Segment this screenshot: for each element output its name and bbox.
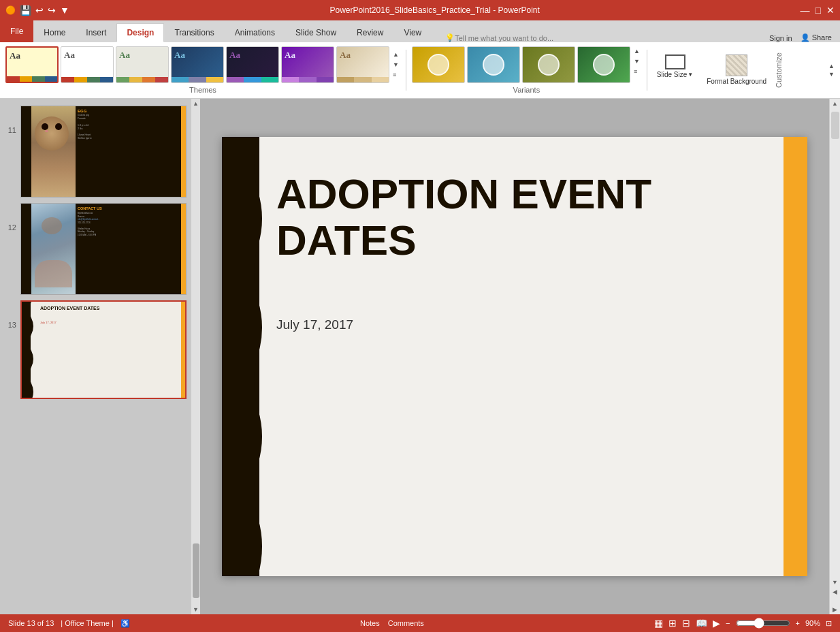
ribbon-divider-1: [406, 50, 406, 91]
theme-7[interactable]: Aa: [336, 46, 389, 83]
slide-thumb-12[interactable]: 12 CONTACT US: [3, 202, 188, 296]
search-input[interactable]: [455, 34, 591, 42]
zoom-out[interactable]: −: [726, 619, 730, 627]
quick-access-save[interactable]: 💾: [20, 5, 31, 16]
slide-size-label: Slide Size ▼: [657, 71, 693, 78]
theme-display: | Office Theme |: [61, 619, 113, 627]
slide-preview-11[interactable]: EGG Guinea pigFemale1.8 yrs old2 lbsLlam…: [20, 106, 187, 198]
tab-slideshow[interactable]: Slide Show: [285, 23, 346, 42]
variant-green[interactable]: [577, 46, 630, 83]
slide-title[interactable]: ADOPTION EVENT DATES: [276, 171, 773, 264]
fit-slide[interactable]: ⊡: [826, 619, 832, 628]
powerpoint-icon: 🟠: [5, 5, 16, 15]
title-bar-left: 🟠 💾 ↩ ↪ ▼: [5, 5, 69, 16]
tab-file[interactable]: File: [0, 20, 33, 42]
share-button[interactable]: 👤 Share: [801, 33, 832, 42]
ribbon-tabs: File Home Insert Design Transitions Anim…: [0, 20, 840, 42]
tab-design[interactable]: Design: [116, 23, 164, 42]
ribbon-scroll-down[interactable]: ▼: [828, 71, 835, 78]
slide-canvas[interactable]: ADOPTION EVENT DATES July 17, 2017: [222, 137, 807, 576]
ribbon-scroll-up[interactable]: ▲: [828, 63, 835, 69]
variant-blue[interactable]: [467, 46, 520, 83]
zoom-percent[interactable]: 90%: [805, 619, 820, 627]
tab-insert[interactable]: Insert: [76, 23, 116, 42]
app-title: PowerPoint2016_SlideBasics_Practice_Tria…: [69, 5, 801, 15]
slide-preview-13[interactable]: ADOPTION EVENT DATES July 17, 2017: [20, 300, 187, 399]
variant-olive[interactable]: [522, 46, 575, 83]
view-reading[interactable]: 📖: [696, 618, 707, 629]
scrollbar-thumb[interactable]: [193, 543, 199, 598]
theme-3[interactable]: Aa: [116, 46, 169, 83]
view-presenter[interactable]: ▶: [713, 618, 720, 629]
quick-access-more[interactable]: ▼: [60, 5, 69, 16]
canvas-scroll-left[interactable]: ◀: [831, 587, 839, 597]
theme-5[interactable]: Aa: [226, 46, 279, 83]
close-button[interactable]: ✕: [826, 5, 835, 16]
scrollbar-up-arrow[interactable]: ▲: [191, 99, 200, 108]
themes-more[interactable]: ≡: [391, 70, 400, 80]
slide-left-bar: [222, 137, 259, 576]
slide-canvas-wrap: ADOPTION EVENT DATES July 17, 2017: [200, 99, 829, 614]
canvas-scrollbar-thumb[interactable]: [831, 112, 839, 139]
comments-button[interactable]: Comments: [388, 619, 424, 627]
slide-panel: 11: [0, 99, 191, 614]
accessibility-icon[interactable]: ♿: [120, 619, 130, 628]
themes-scroll-down[interactable]: ▼: [391, 60, 400, 69]
tab-view[interactable]: View: [393, 23, 432, 42]
title-bar: 🟠 💾 ↩ ↪ ▼ PowerPoint2016_SlideBasics_Pra…: [0, 0, 840, 20]
zoom-slider[interactable]: [736, 618, 790, 629]
customize-section: Slide Size ▼ Format Background: [653, 52, 771, 89]
canvas-scroll-right[interactable]: ▶: [831, 605, 839, 614]
slide-date[interactable]: July 17, 2017: [276, 317, 353, 332]
scrollbar-down-arrow[interactable]: ▼: [191, 605, 200, 614]
themes-label: Themes: [5, 84, 400, 94]
slide-info: Slide 13 of 13: [8, 619, 54, 627]
thumb-12-title: CONTACT US: [78, 206, 179, 210]
slide-number-13: 13: [4, 300, 16, 329]
canvas-scrollbar[interactable]: ▲ ▼ ◀ ▶: [829, 99, 840, 614]
theme-office[interactable]: Aa: [5, 46, 59, 83]
slide-thumb-13[interactable]: 13 ADOPTION EVENT DATES July 17, 2017: [3, 299, 188, 400]
canvas-scroll-up[interactable]: ▲: [830, 99, 839, 108]
maximize-button[interactable]: □: [815, 5, 821, 16]
quick-access-redo[interactable]: ↪: [48, 5, 56, 16]
tab-home[interactable]: Home: [33, 23, 76, 42]
status-bar: Slide 13 of 13 | Office Theme | ♿ Notes …: [0, 614, 840, 632]
theme-4[interactable]: Aa: [171, 46, 224, 83]
theme-6[interactable]: Aa: [281, 46, 334, 83]
variant-gold[interactable]: [412, 46, 465, 83]
slide-thumb-11[interactable]: 11: [3, 104, 188, 199]
format-background-button[interactable]: Format Background: [702, 52, 771, 89]
zoom-in[interactable]: +: [796, 619, 800, 627]
themes-scroll-up[interactable]: ▲: [391, 50, 400, 59]
search-area: 💡: [432, 33, 761, 42]
variants-scroll-down[interactable]: ▼: [632, 57, 641, 66]
ribbon-divider-2: [647, 50, 647, 91]
minimize-button[interactable]: —: [801, 5, 810, 16]
format-bg-label: Format Background: [707, 78, 766, 86]
quick-access-undo[interactable]: ↩: [35, 5, 44, 16]
variants-more[interactable]: ≡: [632, 67, 641, 76]
slide-content: ADOPTION EVENT DATES July 17, 2017: [276, 137, 773, 576]
tab-review[interactable]: Review: [346, 23, 393, 42]
view-outline[interactable]: ⊞: [668, 618, 677, 629]
slide-size-button[interactable]: Slide Size ▼: [653, 52, 697, 81]
thumb-11-title: EGG: [78, 109, 179, 113]
format-bg-icon: [726, 54, 747, 76]
theme-2[interactable]: Aa: [61, 46, 114, 83]
slide-preview-12[interactable]: CONTACT US Blythfield AnimalRescue info@…: [20, 203, 187, 295]
notes-button[interactable]: Notes: [360, 619, 380, 627]
slide-panel-scrollbar[interactable]: ▲ ▼: [191, 99, 200, 614]
thumb-11-body: Guinea pigFemale1.8 yrs old2 lbsLlama He…: [78, 114, 179, 140]
ribbon-content: Aa Aa Aa: [0, 42, 840, 99]
tab-transitions[interactable]: Transitions: [164, 23, 224, 42]
view-slide-sorter[interactable]: ⊟: [682, 618, 690, 629]
customize-label: Customize: [775, 52, 783, 88]
variants-scroll-up[interactable]: ▲: [632, 46, 641, 56]
signin-button[interactable]: Sign in: [769, 34, 792, 42]
tab-animations[interactable]: Animations: [225, 23, 285, 42]
view-normal[interactable]: ▦: [654, 618, 663, 629]
status-left: Slide 13 of 13 | Office Theme | ♿: [8, 619, 130, 628]
canvas-scroll-down[interactable]: ▼: [830, 578, 839, 587]
main-area: 11: [0, 99, 840, 614]
